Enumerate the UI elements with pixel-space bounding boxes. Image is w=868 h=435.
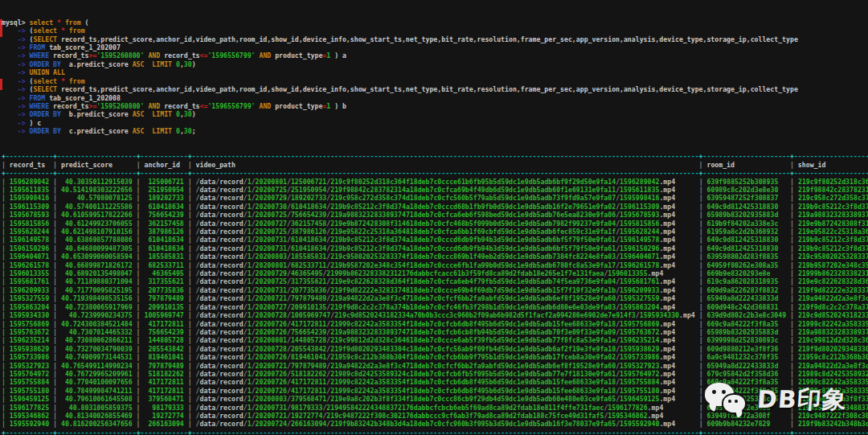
sql-line: -> ) c (2, 119, 868, 127)
mysql-terminal[interactable]: mysql> select * from ( -> (select * from… (0, 0, 868, 435)
sql-line: -> ORDER BY b.predict_score ASC LIMIT 0,… (2, 110, 868, 118)
table-row: | 1596149578 | 40.63869857788086 | 61041… (2, 236, 868, 244)
watermark-text: DB印象 (757, 396, 848, 404)
sql-line: -> (SELECT record_ts,predict_score,ancho… (2, 85, 868, 93)
sql-line: -> WHERE record_ts>='1595260800' AND rec… (2, 51, 868, 60)
table-row: | 1596209933 | 40.71770095825195 | 20773… (2, 286, 868, 294)
table-row: | 1595756869 | 40.724300384521484 | 4171… (2, 320, 868, 328)
table-row: | 1595678593 | 40.610599517822266 | 7566… (2, 211, 868, 219)
sql-line: -> ORDER BY a.predict_score ASC LIMIT 0,… (2, 60, 868, 68)
table-row: | 1596150296 | 40.64680099487305 | 61041… (2, 244, 868, 252)
table-row: | 1595998416 | 40.57080078125 | 18920273… (2, 194, 868, 202)
sql-line: -> (select * from (2, 27, 868, 35)
table-border: +------------+--------------------+-----… (2, 152, 868, 160)
table-border: +------------+--------------------+-----… (2, 429, 868, 435)
table-border: +------------+--------------------+-----… (2, 169, 868, 177)
table-row: | 1595934330 | 40.7239990234375 | 100596… (2, 311, 868, 319)
table-row: | 1595327923 | 40.765499114990234 | 7978… (2, 362, 868, 370)
table-row: | 1596261578 | 40.66899871826172 | 68253… (2, 261, 868, 269)
watermark: DB印象 (704, 380, 847, 419)
table-row: | 1596013355 | 40.68920135498047 | 46365… (2, 269, 868, 277)
sql-line: -> (SELECT record_ts,predict_score,ancho… (2, 35, 868, 43)
table-row: | 1596289042 | 40.30350112915039 | 12500… (2, 178, 868, 186)
table-row: | 1595938629 | 40.73270034790039 | 20554… (2, 345, 868, 353)
table-row: | 1596115309 | 40.57400131225586 | 61041… (2, 203, 868, 211)
sql-line: -> WHERE record_ts>='1595260800' AND rec… (2, 102, 868, 110)
sql-line: -> ORDER BY c.predict_score ASC LIMIT 0,… (2, 127, 868, 135)
wechat-icon (704, 380, 749, 419)
sql-line: -> FROM tab_score_1_202008 (2, 94, 868, 102)
sql-line: -> (select * from (2, 77, 868, 85)
terminal-output: mysql> select * from ( -> (select * from… (2, 2, 868, 435)
sql-block: mysql> select * from ( -> (select * from… (2, 18, 868, 136)
table-header-row: | record_ts | predict_score | anchor_id … (2, 161, 868, 169)
table-row: | 1595764972 | 40.76729965209961 | 51818… (2, 370, 868, 378)
table-row: | 1595611835 | 40.514198303222656 | 2519… (2, 186, 868, 194)
table-row: | 1596404071 | 40.653099060058594 | 1855… (2, 252, 868, 261)
sql-line: -> UNION ALL (2, 68, 868, 76)
table-row: | 1595681761 | 40.71189880371094 | 31735… (2, 277, 868, 285)
table-row: | 1595763672 | 40.7307014465332 | 756654… (2, 328, 868, 336)
table-row: | 1595628244 | 40.621498107910156 | 3879… (2, 228, 868, 236)
sql-line: -> FROM tab_score_1_202007 (2, 43, 868, 51)
table-row: | 1595815856 | 40.61249923706055 | 36215… (2, 220, 868, 228)
table-row: | 1595863204 | 40.72380065917969 | 20991… (2, 303, 868, 311)
table-row: | 1595327559 | 40.719398498535156 | 7978… (2, 294, 868, 302)
table-row: | 1595733986 | 40.74909973144531 | 81946… (2, 353, 868, 361)
table-row: | 1596235214 | 40.73080062866211 | 14480… (2, 336, 868, 344)
table-row: | 1595592940 | 40.816200256347656 | 2661… (2, 420, 868, 428)
sql-line: mysql> select * from ( (2, 18, 868, 27)
